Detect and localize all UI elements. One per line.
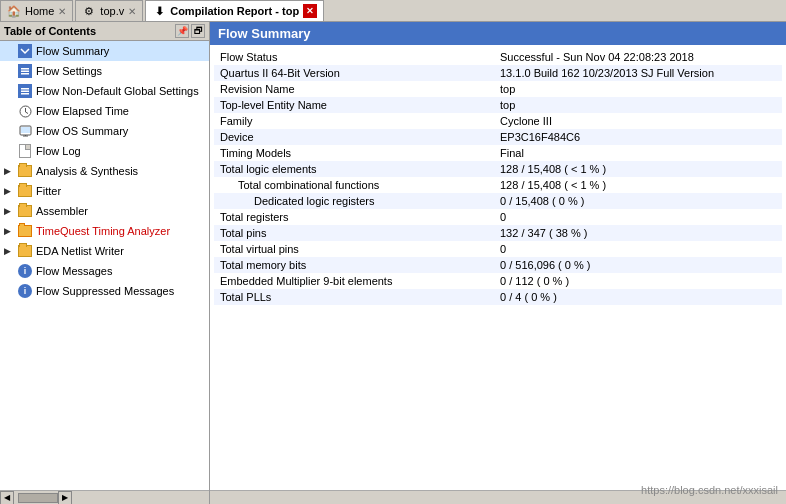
sidebar-item-flow-non-default[interactable]: Flow Non-Default Global Settings bbox=[0, 81, 209, 101]
row-value: EP3C16F484C6 bbox=[494, 129, 782, 145]
sidebar-window-icon[interactable]: 🗗 bbox=[191, 24, 205, 38]
scroll-left-btn[interactable]: ◀ bbox=[0, 491, 14, 505]
row-value: 128 / 15,408 ( < 1 % ) bbox=[494, 161, 782, 177]
table-row: Timing ModelsFinal bbox=[214, 145, 782, 161]
row-label: Total registers bbox=[214, 209, 494, 225]
sidebar-pin-icon[interactable]: 📌 bbox=[175, 24, 189, 38]
sidebar-item-flow-os-summary[interactable]: Flow OS Summary bbox=[0, 121, 209, 141]
row-value: 128 / 15,408 ( < 1 % ) bbox=[494, 177, 782, 193]
table-row: Quartus II 64-Bit Version13.1.0 Build 16… bbox=[214, 65, 782, 81]
scrollbar-thumb-h[interactable] bbox=[18, 493, 58, 503]
assembler-arrow: ▶ bbox=[4, 206, 14, 216]
table-row: Total memory bits0 / 516,096 ( 0 % ) bbox=[214, 257, 782, 273]
compilation-icon: ⬇ bbox=[152, 4, 166, 18]
flow-log-label: Flow Log bbox=[36, 145, 81, 157]
sidebar: Table of Contents 📌 🗗 Flow Summary bbox=[0, 22, 210, 504]
tab-topv[interactable]: ⚙ top.v ✕ bbox=[75, 0, 143, 21]
table-row: Embedded Multiplier 9-bit elements0 / 11… bbox=[214, 273, 782, 289]
table-row: FamilyCyclone III bbox=[214, 113, 782, 129]
row-label: Embedded Multiplier 9-bit elements bbox=[214, 273, 494, 289]
table-row: Total logic elements128 / 15,408 ( < 1 %… bbox=[214, 161, 782, 177]
tab-topv-label: top.v bbox=[100, 5, 124, 17]
flow-os-summary-icon bbox=[17, 123, 33, 139]
fitter-arrow: ▶ bbox=[4, 186, 14, 196]
flow-os-summary-label: Flow OS Summary bbox=[36, 125, 128, 137]
svg-rect-4 bbox=[21, 91, 29, 93]
flow-non-default-icon bbox=[17, 83, 33, 99]
sidebar-item-flow-log[interactable]: Flow Log bbox=[0, 141, 209, 161]
eda-netlist-label: EDA Netlist Writer bbox=[36, 245, 124, 257]
timequest-icon bbox=[17, 223, 33, 239]
row-value: top bbox=[494, 81, 782, 97]
sidebar-item-analysis-synthesis[interactable]: ▶ Analysis & Synthesis bbox=[0, 161, 209, 181]
tab-home[interactable]: 🏠 Home ✕ bbox=[0, 0, 73, 21]
row-value: 0 / 112 ( 0 % ) bbox=[494, 273, 782, 289]
sidebar-scrollbar[interactable]: ◀ ▶ bbox=[0, 490, 209, 504]
tab-compilation-label: Compilation Report - top bbox=[170, 5, 299, 17]
row-label: Flow Status bbox=[214, 49, 494, 65]
tabs-bar: 🏠 Home ✕ ⚙ top.v ✕ ⬇ Compilation Report … bbox=[0, 0, 786, 22]
row-label: Family bbox=[214, 113, 494, 129]
flow-log-icon bbox=[17, 143, 33, 159]
svg-rect-2 bbox=[21, 73, 29, 75]
row-value: Cyclone III bbox=[494, 113, 782, 129]
assembler-icon bbox=[17, 203, 33, 219]
row-value: 13.1.0 Build 162 10/23/2013 SJ Full Vers… bbox=[494, 65, 782, 81]
sidebar-item-flow-settings[interactable]: Flow Settings bbox=[0, 61, 209, 81]
flow-non-default-label: Flow Non-Default Global Settings bbox=[36, 85, 199, 97]
row-value: Final bbox=[494, 145, 782, 161]
row-value: top bbox=[494, 97, 782, 113]
topv-icon: ⚙ bbox=[82, 4, 96, 18]
flow-summary-label: Flow Summary bbox=[36, 45, 109, 57]
sidebar-item-flow-elapsed[interactable]: Flow Elapsed Time bbox=[0, 101, 209, 121]
sidebar-header: Table of Contents 📌 🗗 bbox=[0, 22, 209, 41]
watermark: https://blog.csdn.net/xxxisail bbox=[641, 484, 778, 496]
svg-rect-3 bbox=[21, 88, 29, 90]
row-label: Top-level Entity Name bbox=[214, 97, 494, 113]
flow-suppressed-icon: i bbox=[17, 283, 33, 299]
timequest-arrow: ▶ bbox=[4, 226, 14, 236]
content-table: Flow StatusSuccessful - Sun Nov 04 22:08… bbox=[210, 45, 786, 490]
summary-table: Flow StatusSuccessful - Sun Nov 04 22:08… bbox=[214, 49, 782, 305]
sidebar-content: Flow Summary Flow Settings bbox=[0, 41, 209, 490]
svg-rect-0 bbox=[21, 68, 29, 70]
flow-settings-icon bbox=[17, 63, 33, 79]
table-row: Total virtual pins0 bbox=[214, 241, 782, 257]
sidebar-item-eda-netlist[interactable]: ▶ EDA Netlist Writer bbox=[0, 241, 209, 261]
flow-messages-icon: i bbox=[17, 263, 33, 279]
sidebar-item-assembler[interactable]: ▶ Assembler bbox=[0, 201, 209, 221]
tab-compilation[interactable]: ⬇ Compilation Report - top ✕ bbox=[145, 0, 324, 21]
sidebar-item-timequest[interactable]: ▶ TimeQuest Timing Analyzer bbox=[0, 221, 209, 241]
table-row: Top-level Entity Nametop bbox=[214, 97, 782, 113]
sidebar-item-flow-messages[interactable]: i Flow Messages bbox=[0, 261, 209, 281]
tab-compilation-close[interactable]: ✕ bbox=[303, 4, 317, 18]
sidebar-item-flow-suppressed[interactable]: i Flow Suppressed Messages bbox=[0, 281, 209, 301]
sidebar-item-fitter[interactable]: ▶ Fitter bbox=[0, 181, 209, 201]
flow-settings-label: Flow Settings bbox=[36, 65, 102, 77]
sidebar-item-flow-summary[interactable]: Flow Summary bbox=[0, 41, 209, 61]
row-value: 0 bbox=[494, 209, 782, 225]
table-row: Total PLLs0 / 4 ( 0 % ) bbox=[214, 289, 782, 305]
table-row: Revision Nametop bbox=[214, 81, 782, 97]
row-label: Device bbox=[214, 129, 494, 145]
tab-topv-close[interactable]: ✕ bbox=[128, 6, 136, 17]
row-label: Total virtual pins bbox=[214, 241, 494, 257]
sidebar-header-icons: 📌 🗗 bbox=[175, 24, 205, 38]
tab-home-close[interactable]: ✕ bbox=[58, 6, 66, 17]
scroll-right-btn[interactable]: ▶ bbox=[58, 491, 72, 505]
table-row: Total combinational functions128 / 15,40… bbox=[214, 177, 782, 193]
row-value: 0 / 516,096 ( 0 % ) bbox=[494, 257, 782, 273]
content-area: Flow Summary Flow StatusSuccessful - Sun… bbox=[210, 22, 786, 504]
main-layout: Table of Contents 📌 🗗 Flow Summary bbox=[0, 22, 786, 504]
row-value: 0 / 15,408 ( 0 % ) bbox=[494, 193, 782, 209]
sidebar-title: Table of Contents bbox=[4, 25, 96, 37]
row-label: Total pins bbox=[214, 225, 494, 241]
row-label: Timing Models bbox=[214, 145, 494, 161]
table-row: Total registers0 bbox=[214, 209, 782, 225]
eda-netlist-arrow: ▶ bbox=[4, 246, 14, 256]
row-label: Dedicated logic registers bbox=[214, 193, 494, 209]
content-title: Flow Summary bbox=[210, 22, 786, 45]
row-value: 0 bbox=[494, 241, 782, 257]
table-row: Total pins132 / 347 ( 38 % ) bbox=[214, 225, 782, 241]
table-row: Flow StatusSuccessful - Sun Nov 04 22:08… bbox=[214, 49, 782, 65]
